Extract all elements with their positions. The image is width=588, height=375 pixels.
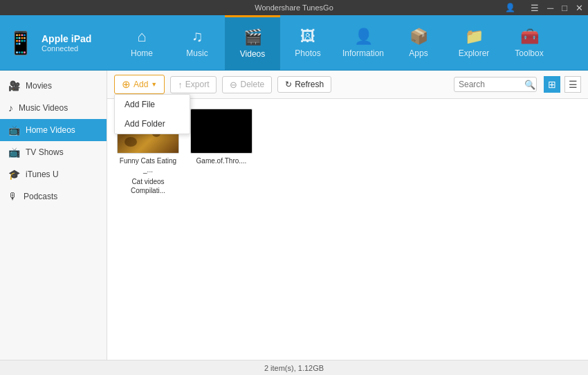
home-icon: ⌂ (137, 28, 146, 46)
podcasts-icon: 🎙 (8, 191, 18, 202)
refresh-icon: ↻ (285, 80, 292, 89)
home-videos-icon: 📺 (8, 125, 20, 136)
explorer-icon: 📁 (465, 28, 484, 46)
add-dropdown: Add File Add Folder (114, 94, 190, 134)
device-status: Connected (42, 44, 91, 53)
sidebar-item-itunes-u[interactable]: 🎓 iTunes U (0, 163, 107, 185)
refresh-button[interactable]: ↻ Refresh (277, 76, 331, 93)
device-name: Apple iPad (42, 33, 91, 44)
delete-button[interactable]: ⊖ Delete (222, 76, 272, 93)
sidebar-home-videos-label: Home Videos (26, 125, 75, 135)
apps-icon: 📦 (410, 28, 428, 46)
refresh-label: Refresh (295, 80, 324, 89)
delete-label: Delete (240, 80, 264, 89)
close-button[interactable]: ✕ (573, 3, 585, 13)
header: 📱 Apple iPad Connected ⌂ Home ♫ Music 🎬 … (0, 15, 588, 71)
device-info: 📱 Apple iPad Connected (7, 30, 114, 56)
statusbar: 2 item(s), 1.12GB (0, 360, 588, 375)
music-icon: ♫ (192, 28, 203, 46)
tab-information[interactable]: 👤 Information (336, 15, 391, 70)
tv-shows-icon: 📺 (8, 147, 20, 158)
menu-icon[interactable]: ☰ (529, 3, 541, 13)
tab-apps[interactable]: 📦 Apps (391, 15, 446, 70)
minimize-button[interactable]: ─ (545, 3, 555, 13)
sidebar-tv-shows-label: TV Shows (26, 147, 64, 157)
sidebar-item-movies[interactable]: 🎥 Movies (0, 75, 107, 97)
sidebar-item-home-videos[interactable]: 📺 Home Videos (0, 119, 107, 141)
tab-toolbox-label: Toolbox (515, 48, 543, 58)
video-thumb-2 (190, 109, 252, 154)
toolbar: ⊕ Add ▼ Add File Add Folder ↑ Export ⊖ D… (107, 71, 588, 99)
information-icon: 👤 (354, 28, 373, 46)
export-icon: ↑ (178, 80, 183, 90)
video-grid: Funny Cats Eating _... Cat videos Compil… (107, 99, 588, 360)
toolbar-right: 🔍 ⊞ ☰ (454, 76, 581, 93)
sidebar-podcasts-label: Podcasts (24, 192, 57, 201)
video-title-2: Game.of.Thro.... (196, 156, 247, 165)
tab-toolbox[interactable]: 🧰 Toolbox (502, 15, 557, 70)
photos-icon: 🖼 (300, 28, 315, 46)
app-title: Wondershare TunesGo (255, 3, 333, 12)
add-chevron-icon: ▼ (151, 81, 157, 88)
sidebar-item-tv-shows[interactable]: 📺 TV Shows (0, 141, 107, 163)
tab-information-label: Information (342, 48, 384, 58)
export-button[interactable]: ↑ Export (170, 76, 217, 93)
tab-apps-label: Apps (409, 48, 428, 58)
window-controls: ☰ ─ □ ✕ (529, 3, 585, 13)
video-item-2[interactable]: Game.of.Thro.... (190, 109, 252, 195)
music-videos-icon: ♪ (8, 102, 13, 113)
videos-icon: 🎬 (244, 28, 262, 46)
sidebar-itunes-u-label: iTunes U (26, 170, 59, 179)
movies-icon: 🎥 (8, 80, 20, 91)
itunes-u-icon: 🎓 (8, 169, 20, 180)
tab-music-label: Music (186, 48, 208, 58)
add-file-item[interactable]: Add File (115, 95, 190, 114)
tab-photos-label: Photos (295, 48, 320, 58)
nav-tabs: ⌂ Home ♫ Music 🎬 Videos 🖼 Photos 👤 Infor… (114, 15, 581, 70)
sidebar-item-podcasts[interactable]: 🎙 Podcasts (0, 185, 107, 208)
tab-home-label: Home (131, 48, 153, 58)
content-area: ⊕ Add ▼ Add File Add Folder ↑ Export ⊖ D… (107, 71, 588, 360)
tab-home[interactable]: ⌂ Home (114, 15, 169, 70)
tab-music[interactable]: ♫ Music (169, 15, 225, 70)
list-view-button[interactable]: ☰ (564, 76, 581, 93)
delete-icon: ⊖ (230, 80, 237, 90)
add-folder-item[interactable]: Add Folder (115, 114, 190, 134)
tab-videos-label: Videos (240, 49, 265, 59)
video-title-1: Funny Cats Eating _... (117, 156, 179, 174)
add-circle-icon: ⊕ (122, 78, 131, 91)
user-icon[interactable]: 👤 (505, 3, 515, 12)
titlebar: Wondershare TunesGo 👤 ☰ ─ □ ✕ (0, 0, 588, 15)
sidebar-music-videos-label: Music Videos (19, 103, 68, 113)
tab-explorer[interactable]: 📁 Explorer (446, 15, 502, 70)
video-subtitle-1: Cat videos Compilati... (117, 177, 179, 195)
sidebar: 🎥 Movies ♪ Music Videos 📺 Home Videos 📺 … (0, 71, 107, 360)
search-icon[interactable]: 🔍 (524, 80, 535, 90)
sidebar-movies-label: Movies (26, 81, 52, 91)
maximize-button[interactable]: □ (560, 3, 569, 13)
add-button[interactable]: ⊕ Add ▼ (114, 75, 165, 94)
tab-explorer-label: Explorer (459, 48, 490, 58)
status-text: 2 item(s), 1.12GB (264, 364, 324, 372)
toolbox-icon: 🧰 (520, 28, 539, 46)
main-layout: 🎥 Movies ♪ Music Videos 📺 Home Videos 📺 … (0, 71, 588, 360)
device-icon: 📱 (7, 30, 35, 56)
export-label: Export (185, 80, 210, 89)
device-text: Apple iPad Connected (42, 33, 91, 53)
tab-photos[interactable]: 🖼 Photos (280, 15, 336, 70)
sidebar-item-music-videos[interactable]: ♪ Music Videos (0, 97, 107, 119)
add-label: Add (134, 80, 148, 89)
tab-videos[interactable]: 🎬 Videos (225, 15, 280, 70)
grid-view-button[interactable]: ⊞ (544, 76, 560, 93)
